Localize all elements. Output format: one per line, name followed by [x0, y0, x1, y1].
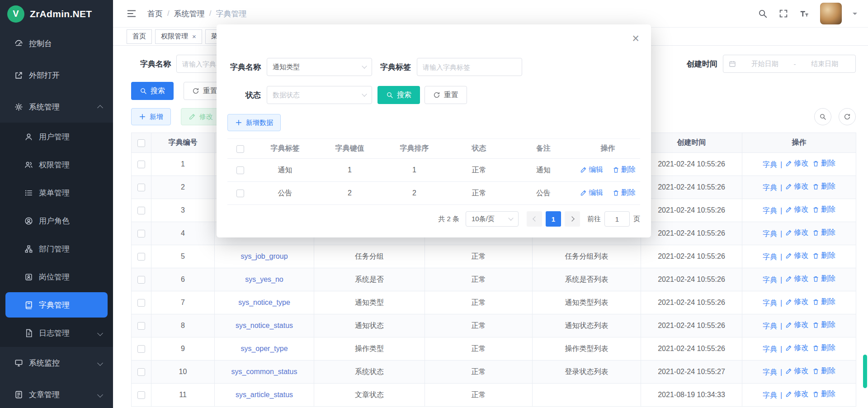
row-delete-link[interactable]: 删除	[812, 274, 835, 284]
row-edit-link[interactable]: 修改	[785, 343, 808, 353]
row-edit-link[interactable]: 修改	[785, 228, 808, 237]
row-delete-link[interactable]: 删除	[613, 188, 636, 198]
add-button[interactable]: 新增	[131, 108, 171, 125]
dict-data-link[interactable]: 字典	[763, 229, 777, 239]
dialog-reset-button[interactable]: 重置	[425, 86, 467, 104]
row-edit-link[interactable]: 修改	[785, 366, 808, 376]
breadcrumb-system[interactable]: 系统管理	[174, 9, 205, 19]
tab-permission-management[interactable]: 权限管理 ×	[155, 29, 202, 44]
row-delete-link[interactable]: 删除	[812, 159, 835, 168]
row-edit-link[interactable]: 修改	[785, 320, 808, 330]
row-edit-link[interactable]: 修改	[785, 389, 808, 399]
close-icon[interactable]: ×	[192, 33, 196, 40]
modify-button[interactable]: 修改	[181, 108, 221, 125]
search-icon[interactable]	[758, 9, 768, 19]
caret-down-icon[interactable]	[853, 13, 857, 17]
dict-type-link[interactable]: sys_notice_type	[215, 291, 314, 314]
dict-type-link[interactable]: sys_notice_status	[215, 314, 314, 337]
sidebar-item-external-open[interactable]: 外部打开	[0, 59, 113, 91]
date-range-picker[interactable]: 开始日期 - 结束日期	[723, 55, 856, 73]
dict-label-input[interactable]	[417, 58, 522, 76]
dict-type-link[interactable]: sys_job_group	[215, 245, 314, 268]
dict-data-link[interactable]: 字典	[763, 275, 777, 285]
row-delete-link[interactable]: 删除	[812, 389, 835, 399]
row-checkbox[interactable]	[137, 207, 145, 214]
sidebar-item-dict-management[interactable]: 字典管理	[5, 292, 108, 318]
page-number-button[interactable]: 1	[546, 211, 561, 227]
add-data-button[interactable]: 新增数据	[227, 114, 281, 131]
dict-type-link[interactable]: sys_yes_no	[215, 268, 314, 291]
row-delete-link[interactable]: 删除	[613, 165, 636, 175]
row-edit-link[interactable]: 修改	[785, 182, 808, 191]
row-edit-link[interactable]: 修改	[785, 205, 808, 214]
row-checkbox[interactable]	[137, 253, 145, 261]
row-checkbox[interactable]	[137, 322, 145, 330]
dict-data-link[interactable]: 字典	[763, 322, 777, 331]
user-avatar[interactable]	[820, 3, 842, 24]
sidebar-item-user-role[interactable]: 用户角色	[0, 207, 113, 235]
row-checkbox[interactable]	[137, 184, 145, 191]
dict-data-link[interactable]: 字典	[763, 252, 777, 262]
sidebar-item-dashboard[interactable]: 控制台	[0, 28, 113, 59]
row-delete-link[interactable]: 删除	[812, 297, 835, 307]
sidebar-item-menu-management[interactable]: 菜单管理	[0, 179, 113, 207]
dialog-search-button[interactable]: 搜索	[377, 86, 420, 104]
row-checkbox[interactable]	[137, 299, 145, 307]
tab-home[interactable]: 首页	[127, 29, 152, 44]
status-select[interactable]: 数据状态	[267, 86, 372, 104]
sidebar-item-post-management[interactable]: 岗位管理	[0, 263, 113, 291]
row-edit-link[interactable]: 编辑	[580, 165, 603, 175]
sidebar-item-permission-management[interactable]: 权限管理	[0, 151, 113, 179]
row-edit-link[interactable]: 编辑	[580, 188, 603, 198]
dict-data-link[interactable]: 字典	[763, 160, 777, 170]
refresh-button[interactable]	[839, 108, 856, 125]
sidebar-item-system-monitor[interactable]: 系统监控	[0, 347, 113, 379]
row-delete-link[interactable]: 删除	[812, 251, 835, 261]
dict-type-link[interactable]: sys_common_status	[215, 361, 314, 384]
row-edit-link[interactable]: 修改	[785, 251, 808, 261]
row-delete-link[interactable]: 删除	[812, 228, 835, 237]
sidebar-item-article-management[interactable]: 文章管理	[0, 379, 113, 408]
sidebar-item-department-management[interactable]: 部门管理	[0, 235, 113, 263]
dict-data-link[interactable]: 字典	[763, 299, 777, 308]
page-size-select[interactable]: 10条/页	[466, 211, 519, 227]
next-page-button[interactable]	[565, 211, 580, 227]
prev-page-button[interactable]	[527, 211, 542, 227]
row-checkbox[interactable]	[137, 391, 145, 399]
toggle-search-button[interactable]	[814, 108, 831, 125]
row-edit-link[interactable]: 修改	[785, 274, 808, 284]
dict-type-link[interactable]: sys_oper_type	[215, 337, 314, 361]
row-checkbox[interactable]	[236, 190, 244, 197]
row-checkbox[interactable]	[236, 166, 244, 174]
sidebar-item-user-management[interactable]: 用户管理	[0, 123, 113, 151]
page-scrollbar-thumb[interactable]	[863, 355, 867, 388]
font-size-icon[interactable]	[799, 9, 809, 19]
dict-data-link[interactable]: 字典	[763, 368, 777, 377]
row-delete-link[interactable]: 删除	[812, 343, 835, 353]
row-checkbox[interactable]	[137, 161, 145, 168]
breadcrumb-home[interactable]: 首页	[147, 9, 163, 19]
dict-data-link[interactable]: 字典	[763, 183, 777, 193]
row-delete-link[interactable]: 删除	[812, 320, 835, 330]
dict-data-link[interactable]: 字典	[763, 391, 777, 400]
row-delete-link[interactable]: 删除	[812, 366, 835, 376]
row-delete-link[interactable]: 删除	[812, 205, 835, 214]
select-all-checkbox[interactable]	[236, 145, 244, 153]
dict-data-link[interactable]: 字典	[763, 345, 777, 354]
goto-page-input[interactable]	[604, 211, 630, 227]
row-delete-link[interactable]: 删除	[812, 182, 835, 191]
dict-data-link[interactable]: 字典	[763, 206, 777, 216]
sidebar-item-log-management[interactable]: 日志管理	[0, 319, 113, 347]
row-edit-link[interactable]: 修改	[785, 297, 808, 307]
row-checkbox[interactable]	[137, 230, 145, 237]
sidebar-item-system-management[interactable]: 系统管理	[0, 91, 113, 123]
search-button[interactable]: 搜索	[131, 82, 174, 100]
row-edit-link[interactable]: 修改	[785, 159, 808, 168]
dict-name-select[interactable]: 通知类型	[267, 58, 372, 76]
dict-type-link[interactable]: sys_article_status	[215, 384, 314, 407]
select-all-checkbox[interactable]	[137, 139, 145, 147]
close-icon[interactable]: ×	[632, 33, 639, 45]
fullscreen-icon[interactable]	[778, 9, 788, 19]
row-checkbox[interactable]	[137, 345, 145, 353]
row-checkbox[interactable]	[137, 276, 145, 284]
